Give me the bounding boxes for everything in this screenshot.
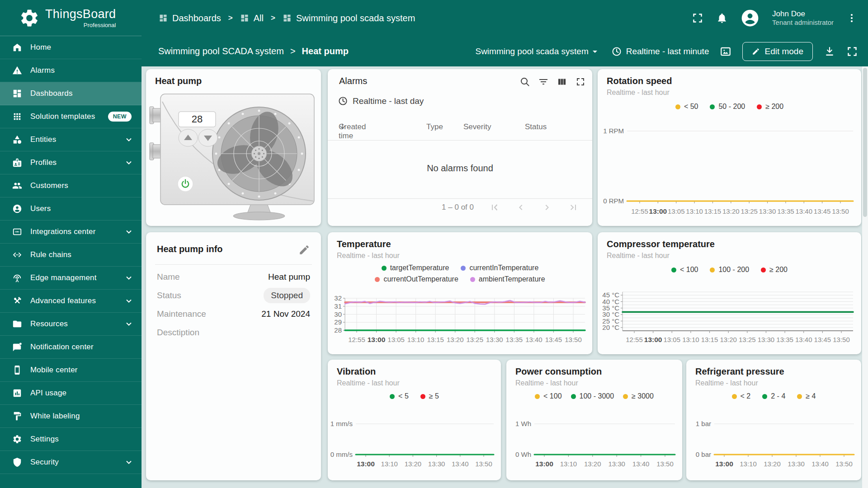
breadcrumb-current-dashboard[interactable]: Swimming pool scada system bbox=[283, 13, 415, 23]
edit-info-button[interactable] bbox=[298, 244, 310, 256]
svg-text:13:10: 13:10 bbox=[381, 460, 398, 468]
sidebar-item-dashboards[interactable]: Dashboards bbox=[0, 82, 142, 105]
alarms-pagination: 1 – 0 of 0 bbox=[442, 202, 579, 213]
state-selector[interactable]: Swimming pool scada system bbox=[475, 46, 600, 57]
sidebar-item-settings[interactable]: Settings bbox=[0, 428, 142, 451]
temperature-chart: 323130292812:5513:0013:0513:1013:1513:20… bbox=[328, 232, 592, 354]
user-name: John Doe bbox=[772, 9, 834, 19]
svg-text:13:05: 13:05 bbox=[387, 336, 405, 343]
sidebar-item-notification-center[interactable]: Notification center bbox=[0, 336, 142, 359]
more-menu-button[interactable] bbox=[846, 13, 857, 23]
timewindow-selector[interactable]: Realtime - last minute bbox=[611, 46, 709, 57]
antenna-icon bbox=[12, 273, 22, 283]
scrollbar-thumb[interactable] bbox=[863, 68, 867, 217]
fullscreen-button[interactable] bbox=[692, 12, 703, 24]
clock-icon bbox=[338, 96, 348, 106]
sidebar-item-edge-management[interactable]: Edge management bbox=[0, 267, 142, 290]
column-type[interactable]: Type bbox=[426, 122, 443, 131]
column-severity[interactable]: Severity bbox=[463, 122, 491, 131]
chevron-down-icon bbox=[124, 158, 133, 167]
svg-text:12:55: 12:55 bbox=[631, 207, 648, 215]
sidebar-item-entities[interactable]: Entities bbox=[0, 128, 142, 151]
svg-text:13:00: 13:00 bbox=[715, 460, 733, 468]
column-status[interactable]: Status bbox=[525, 122, 547, 131]
info-row-status: Status Stopped bbox=[157, 286, 310, 305]
tools-icon bbox=[12, 296, 22, 306]
sidebar-item-resources[interactable]: Resources bbox=[0, 313, 142, 336]
notifications-button[interactable] bbox=[716, 12, 728, 24]
previous-page-button[interactable] bbox=[515, 202, 526, 213]
rule-chains-icon bbox=[12, 250, 22, 260]
sidebar-item-advanced-features[interactable]: Advanced features bbox=[0, 290, 142, 313]
svg-text:13:30: 13:30 bbox=[758, 336, 775, 343]
svg-text:29: 29 bbox=[334, 318, 342, 326]
svg-text:13:15: 13:15 bbox=[701, 336, 718, 343]
edit-mode-button[interactable]: Edit mode bbox=[742, 42, 813, 61]
svg-text:13:50: 13:50 bbox=[832, 207, 849, 215]
chart-svg: 1 mm/s0 mm/s13:0013:1013:2013:3013:4013:… bbox=[328, 360, 501, 480]
logo[interactable]: ThingsBoard Professional bbox=[0, 0, 142, 36]
svg-text:32: 32 bbox=[334, 294, 342, 302]
breadcrumb-all[interactable]: All bbox=[240, 13, 264, 23]
sidebar-item-white-labeling[interactable]: White labeling bbox=[0, 405, 142, 428]
chart-svg: 323130292812:5513:0013:0513:1013:1513:20… bbox=[328, 232, 592, 354]
filter-button[interactable] bbox=[538, 76, 549, 87]
widget-temperature: Temperature Realtime - last hour targetT… bbox=[328, 232, 592, 354]
last-page-button[interactable] bbox=[568, 202, 579, 213]
setpoint-up-button[interactable] bbox=[179, 129, 198, 146]
sidebar-item-profiles[interactable]: Profiles bbox=[0, 151, 142, 174]
screenshot-button[interactable] bbox=[720, 46, 731, 57]
breadcrumb-dashboards[interactable]: Dashboards bbox=[159, 13, 221, 23]
image-icon bbox=[720, 46, 731, 57]
widget-heat-pump: Heat pump bbox=[146, 69, 321, 226]
svg-text:13:00: 13:00 bbox=[368, 336, 386, 343]
brand-subtitle: Professional bbox=[45, 22, 116, 28]
column-created-time[interactable]: Created time bbox=[339, 122, 346, 130]
first-page-button[interactable] bbox=[489, 202, 500, 213]
fullscreen-icon bbox=[575, 76, 586, 87]
svg-text:13:15: 13:15 bbox=[427, 336, 444, 343]
search-button[interactable] bbox=[519, 76, 530, 87]
dashboard-icon bbox=[240, 14, 249, 23]
sidebar-item-users[interactable]: Users bbox=[0, 197, 142, 221]
svg-text:30: 30 bbox=[334, 310, 342, 318]
avatar[interactable] bbox=[741, 9, 760, 28]
people-icon bbox=[12, 181, 22, 191]
download-button[interactable] bbox=[824, 46, 835, 57]
sidebar-item-rule-chains[interactable]: Rule chains bbox=[0, 244, 142, 267]
sidebar-item-alarms[interactable]: Alarms bbox=[0, 59, 142, 82]
sidebar-item-home[interactable]: Home bbox=[0, 36, 142, 59]
sidebar-item-solution-templates[interactable]: Solution templates NEW bbox=[0, 105, 142, 128]
user-info[interactable]: John Doe Tenant administrator bbox=[772, 9, 834, 27]
widget-compressor-temperature: Compressor temperature Realtime - last h… bbox=[598, 232, 861, 354]
fullscreen-dashboard-button[interactable] bbox=[846, 46, 858, 57]
alarms-timewindow[interactable]: Realtime - last day bbox=[338, 96, 424, 106]
setpoint-down-button[interactable] bbox=[198, 129, 217, 146]
apps-grid-icon bbox=[12, 112, 22, 122]
power-button[interactable] bbox=[178, 176, 193, 192]
sidebar-item-customers[interactable]: Customers bbox=[0, 174, 142, 197]
dashboard-toolbar: Swimming pool SCADA system > Heat pump S… bbox=[142, 36, 868, 66]
sidebar-item-security[interactable]: Security bbox=[0, 451, 142, 474]
expand-widget-button[interactable] bbox=[575, 76, 586, 87]
sidebar-item-mobile-center[interactable]: Mobile center bbox=[0, 359, 142, 382]
svg-text:13:50: 13:50 bbox=[475, 460, 492, 468]
svg-text:13:05: 13:05 bbox=[663, 336, 680, 343]
next-page-button[interactable] bbox=[542, 202, 552, 213]
svg-text:13:00: 13:00 bbox=[535, 460, 553, 468]
svg-text:13:20: 13:20 bbox=[722, 207, 740, 215]
svg-text:13:10: 13:10 bbox=[740, 460, 757, 468]
dashboard-title-link[interactable]: Swimming pool SCADA system bbox=[158, 46, 284, 56]
info-rows: Name Heat pump Status Stopped Maintenanc… bbox=[157, 267, 310, 342]
sidebar-item-integrations-center[interactable]: Integrations center bbox=[0, 221, 142, 244]
widget-alarms: Alarms Realtime - last day Created time bbox=[328, 69, 592, 226]
sidebar-item-api-usage[interactable]: API usage bbox=[0, 382, 142, 405]
svg-text:0 Wh: 0 Wh bbox=[515, 450, 531, 458]
svg-text:13:30: 13:30 bbox=[788, 460, 805, 468]
columns-button[interactable] bbox=[557, 76, 567, 87]
content-scrollbar[interactable] bbox=[862, 66, 868, 488]
widget-title: Alarms bbox=[339, 76, 367, 86]
shield-icon bbox=[12, 457, 22, 467]
dropdown-caret-icon bbox=[590, 46, 600, 57]
svg-text:13:25: 13:25 bbox=[739, 336, 756, 343]
